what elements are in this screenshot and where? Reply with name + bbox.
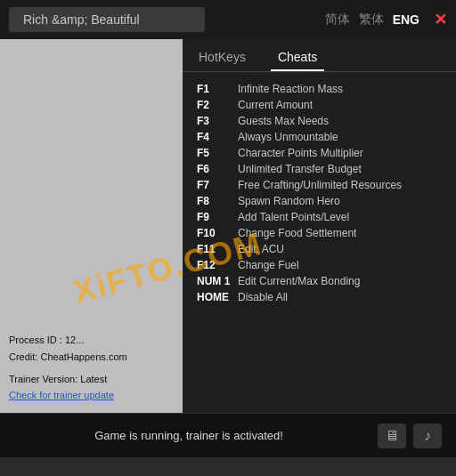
cheat-item[interactable]: F10Change Food Settlement	[197, 225, 442, 241]
cheat-label: Spawn Random Hero	[238, 195, 340, 207]
cheat-key: F12	[197, 259, 231, 271]
cheat-label: Current Amount	[238, 99, 313, 111]
bottom-bar: Game is running, trainer is activated! 🖥…	[0, 413, 456, 457]
lang-cn-button[interactable]: 简体	[325, 12, 350, 28]
cheat-key: F10	[197, 227, 231, 239]
bottom-icons: 🖥 ♪	[378, 424, 442, 448]
cheat-label: Change Food Settlement	[238, 227, 356, 239]
cheat-item[interactable]: F3Guests Max Needs	[197, 113, 442, 129]
tab-hotkeys[interactable]: HotKeys	[191, 46, 253, 71]
cheat-item[interactable]: F11Edit: ACU	[197, 241, 442, 257]
cheat-key: F3	[197, 115, 231, 127]
credit: Credit: CheatHappens.com	[9, 349, 174, 366]
cheat-key: F2	[197, 99, 231, 111]
main-area: Process ID : 12... Credit: CheatHappens.…	[0, 39, 456, 413]
cheat-label: Disable All	[238, 291, 288, 303]
cheat-item[interactable]: F1Infinite Reaction Mass	[197, 81, 442, 97]
cheat-key: F6	[197, 163, 231, 175]
right-panel: HotKeys Cheats F1Infinite Reaction MassF…	[183, 39, 456, 413]
lang-tw-button[interactable]: 繁体	[359, 12, 384, 28]
left-panel: Process ID : 12... Credit: CheatHappens.…	[0, 39, 183, 413]
tab-cheats[interactable]: Cheats	[271, 46, 324, 71]
cheat-label: Edit Current/Max Bonding	[238, 275, 360, 287]
cheat-item[interactable]: F12Change Fuel	[197, 257, 442, 273]
cheat-key: F9	[197, 211, 231, 223]
process-info: Process ID : 12... Credit: CheatHappens.…	[9, 332, 174, 404]
cheat-item[interactable]: F2Current Amount	[197, 97, 442, 113]
cheat-key: F11	[197, 243, 231, 255]
cheat-key: HOME	[197, 291, 231, 303]
cheat-item[interactable]: F5Character Points Multiplier	[197, 145, 442, 161]
cheat-item[interactable]: NUM 1Edit Current/Max Bonding	[197, 273, 442, 289]
cheat-label: Unlimited Transfer Budget	[238, 163, 362, 175]
cheat-label: Character Points Multiplier	[238, 147, 363, 159]
process-id: Process ID : 12...	[9, 332, 174, 349]
cheat-key: F1	[197, 83, 231, 95]
cheat-label: Free Crafting/Unlimited Resources	[238, 179, 402, 191]
cheat-key: F4	[197, 131, 231, 143]
cheat-label: Guests Max Needs	[238, 115, 329, 127]
lang-en-button[interactable]: ENG	[393, 12, 419, 27]
cheat-item[interactable]: F9Add Talent Points/Level	[197, 209, 442, 225]
cheat-key: F5	[197, 147, 231, 159]
monitor-icon[interactable]: 🖥	[378, 424, 406, 448]
language-bar: 简体 繁体 ENG ✕	[325, 10, 447, 29]
cheat-label: Add Talent Points/Level	[238, 211, 349, 223]
cheat-label: Infinite Reaction Mass	[238, 83, 343, 95]
cheat-item[interactable]: HOMEDisable All	[197, 289, 442, 305]
update-link[interactable]: Check for trainer update	[9, 390, 114, 400]
cheat-item[interactable]: F8Spawn Random Hero	[197, 193, 442, 209]
tabs-bar: HotKeys Cheats	[183, 39, 456, 72]
app-title: Rich &amp; Beautiful	[9, 7, 205, 32]
close-button[interactable]: ✕	[434, 10, 447, 29]
cheats-list: F1Infinite Reaction MassF2Current Amount…	[183, 72, 456, 413]
cheat-label: Change Fuel	[238, 259, 299, 271]
music-icon[interactable]: ♪	[413, 424, 442, 448]
cheat-key: F8	[197, 195, 231, 207]
update-link-container: Check for trainer update	[9, 387, 174, 404]
cheat-item[interactable]: F7Free Crafting/Unlimited Resources	[197, 177, 442, 193]
trainer-version: Trainer Version: Latest	[9, 371, 174, 388]
cheat-label: Edit: ACU	[238, 243, 284, 255]
cheat-item[interactable]: F6Unlimited Transfer Budget	[197, 161, 442, 177]
cheat-key: F7	[197, 179, 231, 191]
cheat-item[interactable]: F4Always Unmountable	[197, 129, 442, 145]
cheat-label: Always Unmountable	[238, 131, 338, 143]
status-text: Game is running, trainer is activated!	[14, 429, 363, 442]
cheat-key: NUM 1	[197, 275, 231, 287]
title-bar: Rich &amp; Beautiful 简体 繁体 ENG ✕	[0, 0, 456, 39]
